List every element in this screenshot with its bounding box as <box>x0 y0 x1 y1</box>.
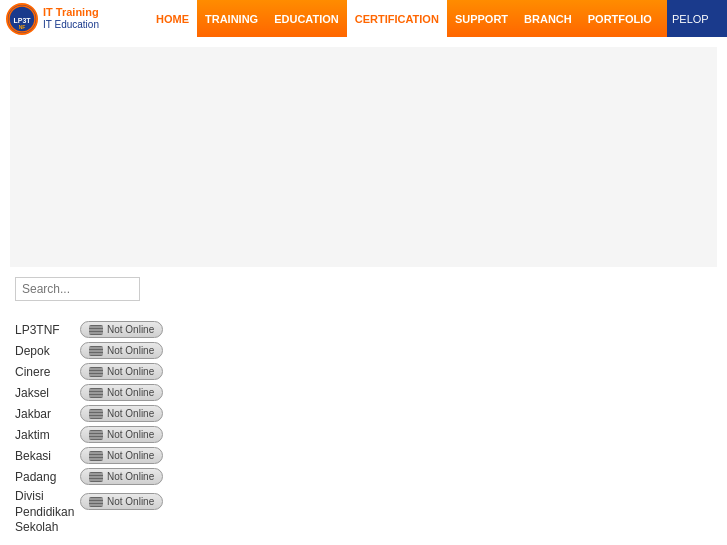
branch-list: LP3TNF Not Online Depok Not Online Ciner… <box>15 321 717 536</box>
branch-item-jakbar: Jakbar Not Online <box>15 405 717 422</box>
logo-icon: LP3T NF <box>6 3 38 35</box>
ticker-text: PELOP <box>672 13 709 25</box>
branch-item-depok: Depok Not Online <box>15 342 717 359</box>
not-online-btn-jaktim[interactable]: Not Online <box>80 426 163 443</box>
logo-line1: IT Training <box>43 6 99 19</box>
not-online-btn-lp3tnf[interactable]: Not Online <box>80 321 163 338</box>
nav-education[interactable]: EDUCATION <box>266 0 347 37</box>
branch-item-lp3tnf: LP3TNF Not Online <box>15 321 717 338</box>
branch-item-bekasi: Bekasi Not Online <box>15 447 717 464</box>
branch-label: Bekasi <box>15 449 80 463</box>
branch-label: Depok <box>15 344 80 358</box>
branch-label: Cinere <box>15 365 80 379</box>
svg-text:LP3T: LP3T <box>13 17 31 24</box>
branch-item-jaktim: Jaktim Not Online <box>15 426 717 443</box>
nav-home[interactable]: HOME <box>148 0 197 37</box>
banner-area <box>10 47 717 267</box>
main-nav: HOME TRAINING EDUCATION CERTIFICATION SU… <box>148 0 727 37</box>
not-online-btn-padang[interactable]: Not Online <box>80 468 163 485</box>
logo-line2: IT Education <box>43 19 99 31</box>
branch-item-jaksel: Jaksel Not Online <box>15 384 717 401</box>
not-online-btn-bekasi[interactable]: Not Online <box>80 447 163 464</box>
branch-label: Jaktim <box>15 428 80 442</box>
not-online-btn-jakbar[interactable]: Not Online <box>80 405 163 422</box>
branch-item-padang: Padang Not Online <box>15 468 717 485</box>
not-online-btn-divisi[interactable]: Not Online <box>80 493 163 510</box>
main-content: LP3TNF Not Online Depok Not Online Ciner… <box>0 37 727 545</box>
not-online-btn-jaksel[interactable]: Not Online <box>80 384 163 401</box>
not-online-btn-depok[interactable]: Not Online <box>80 342 163 359</box>
nav-support[interactable]: SUPPORT <box>447 0 516 37</box>
logo-area: LP3T NF IT Training IT Education <box>0 0 148 37</box>
search-area <box>15 277 717 301</box>
search-input[interactable] <box>15 277 140 301</box>
nav-branch[interactable]: BRANCH <box>516 0 580 37</box>
branch-label: LP3TNF <box>15 323 80 337</box>
branch-label-divisi: DivisiPendidikanSekolah <box>15 489 80 536</box>
branch-label: Jaksel <box>15 386 80 400</box>
logo-text: IT Training IT Education <box>43 6 99 31</box>
nav-certification[interactable]: CERTIFICATION <box>347 0 447 37</box>
nav-training[interactable]: TRAINING <box>197 0 266 37</box>
branch-item-cinere: Cinere Not Online <box>15 363 717 380</box>
branch-label: Padang <box>15 470 80 484</box>
nav-portfolio[interactable]: PORTFOLIO <box>580 0 660 37</box>
svg-text:NF: NF <box>19 24 26 30</box>
branch-label: Jakbar <box>15 407 80 421</box>
branch-item-divisi: DivisiPendidikanSekolah Not Online <box>15 489 717 536</box>
header: LP3T NF IT Training IT Education HOME TR… <box>0 0 727 37</box>
ticker-bar: PELOP <box>667 0 727 37</box>
not-online-btn-cinere[interactable]: Not Online <box>80 363 163 380</box>
